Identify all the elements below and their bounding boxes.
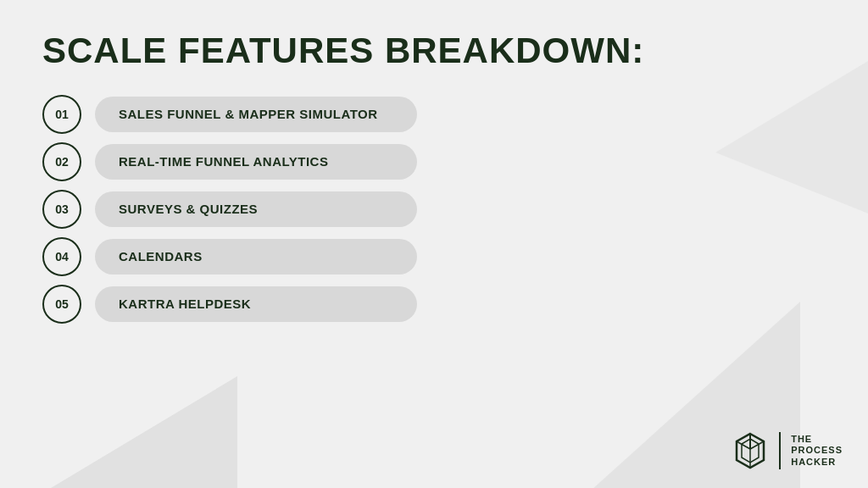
feature-pill-4: CALENDARS bbox=[95, 239, 417, 274]
logo-line-1: THE bbox=[791, 434, 843, 445]
logo-text: THE PROCESS HACKER bbox=[791, 434, 843, 468]
logo-divider bbox=[779, 432, 781, 469]
feature-number-4: 04 bbox=[42, 237, 81, 276]
feature-item: 02REAL-TIME FUNNEL ANALYTICS bbox=[42, 142, 826, 181]
feature-number-1: 01 bbox=[42, 95, 81, 134]
feature-pill-3: SURVEYS & QUIZZES bbox=[95, 191, 417, 227]
feature-label-2: REAL-TIME FUNNEL ANALYTICS bbox=[119, 154, 328, 169]
feature-pill-1: SALES FUNNEL & MAPPER SIMULATOR bbox=[95, 97, 417, 132]
logo-icon bbox=[732, 432, 769, 469]
feature-label-3: SURVEYS & QUIZZES bbox=[119, 202, 258, 216]
logo-line-3: HACKER bbox=[791, 457, 843, 468]
feature-label-1: SALES FUNNEL & MAPPER SIMULATOR bbox=[119, 107, 378, 121]
feature-pill-2: REAL-TIME FUNNEL ANALYTICS bbox=[95, 144, 417, 180]
feature-item: 01SALES FUNNEL & MAPPER SIMULATOR bbox=[42, 95, 826, 134]
logo-area: THE PROCESS HACKER bbox=[732, 432, 843, 469]
feature-number-3: 03 bbox=[42, 190, 81, 229]
feature-item: 03SURVEYS & QUIZZES bbox=[42, 190, 826, 229]
features-list: 01SALES FUNNEL & MAPPER SIMULATOR02REAL-… bbox=[42, 95, 826, 463]
feature-item: 04CALENDARS bbox=[42, 237, 826, 276]
feature-item: 05KARTRA HELPDESK bbox=[42, 285, 826, 324]
page-title: SCALE FEATURES BREAKDOWN: bbox=[42, 30, 826, 71]
feature-pill-5: KARTRA HELPDESK bbox=[95, 286, 417, 322]
feature-number-2: 02 bbox=[42, 142, 81, 181]
feature-number-5: 05 bbox=[42, 285, 81, 324]
feature-label-4: CALENDARS bbox=[119, 249, 203, 263]
feature-label-5: KARTRA HELPDESK bbox=[119, 297, 251, 311]
main-content: SCALE FEATURES BREAKDOWN: 01SALES FUNNEL… bbox=[0, 0, 868, 488]
logo-line-2: PROCESS bbox=[791, 445, 843, 456]
